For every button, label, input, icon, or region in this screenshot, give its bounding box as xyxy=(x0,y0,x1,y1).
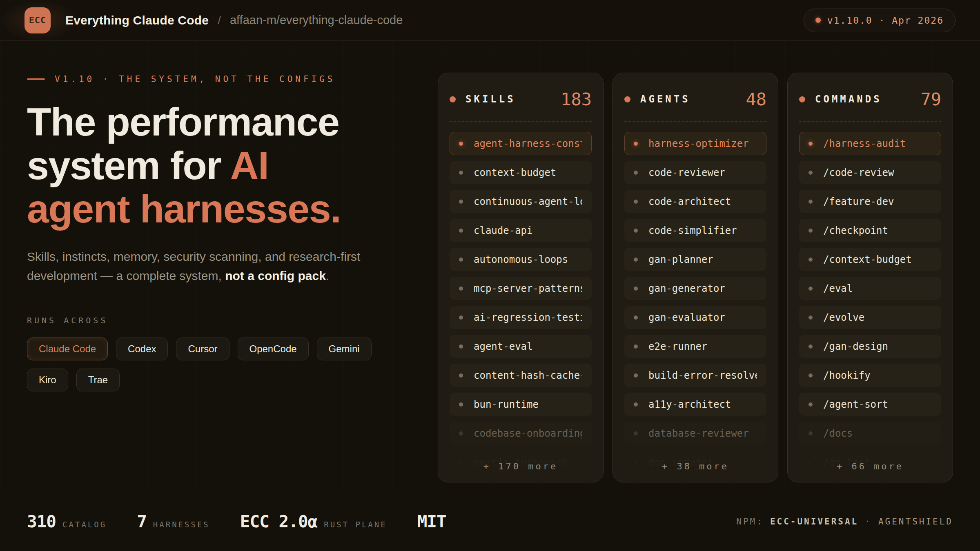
hero-eyebrow: V1.10 · THE SYSTEM, NOT THE CONFIGS xyxy=(27,74,438,84)
list-item-label: /code-review xyxy=(823,167,894,178)
list-item[interactable]: harness-optimizer xyxy=(624,132,766,155)
list-item[interactable]: e2e-runner xyxy=(624,335,766,358)
list-item[interactable]: /hookify xyxy=(799,364,941,387)
top-bar: ECC Everything Claude Code / affaan-m/ev… xyxy=(0,0,980,41)
heading-accent-ai: AI xyxy=(230,143,268,188)
card-dot-icon xyxy=(450,96,456,102)
footer-bar: 310 CATALOG 7 HARNESSES ECC 2.0α RUST PL… xyxy=(0,492,980,551)
list-item[interactable]: gan-planner xyxy=(624,248,766,271)
stat-catalog: 310 CATALOG xyxy=(27,512,107,531)
list-item[interactable]: context-budget xyxy=(450,161,592,184)
list-item[interactable]: code-simplifier xyxy=(624,219,766,242)
list-item[interactable]: /context-budget xyxy=(799,248,941,271)
npm-agentshield-label: AGENTSHIELD xyxy=(878,517,953,527)
list-item-label: codebase-onboarding xyxy=(474,428,582,439)
list-item[interactable]: content-hash-cache-p… xyxy=(450,364,592,387)
list-item[interactable]: ai-regression-testing xyxy=(450,306,592,329)
list-item[interactable]: go-reviewer xyxy=(624,480,766,482)
site-title: Everything Claude Code xyxy=(65,13,209,27)
list-item[interactable]: gan-generator xyxy=(624,277,766,300)
breadcrumb-separator: / xyxy=(218,14,221,27)
subtitle-period: . xyxy=(326,269,329,282)
list-item-label: database-reviewer xyxy=(648,428,749,439)
harness-chip-trae[interactable]: Trae xyxy=(76,369,120,391)
bullet-dot-icon xyxy=(459,402,463,407)
list-item[interactable]: /gan-design xyxy=(799,335,941,358)
bullet-dot-icon xyxy=(808,373,813,378)
harness-chip-kiro[interactable]: Kiro xyxy=(27,369,68,391)
list-item[interactable]: /e2e xyxy=(799,480,941,482)
stat-label: RUST PLANE xyxy=(324,520,387,529)
bullet-dot-icon xyxy=(459,200,463,204)
bullet-dot-icon xyxy=(459,258,463,262)
main-content: V1.10 · THE SYSTEM, NOT THE CONFIGS The … xyxy=(0,41,980,482)
harness-chip-gemini[interactable]: Gemini xyxy=(317,338,372,360)
list-item-label: mcp-server-patterns xyxy=(474,283,582,294)
harness-chip-cursor[interactable]: Cursor xyxy=(176,338,229,360)
harness-chip-opencode[interactable]: OpenCode xyxy=(238,338,309,360)
bullet-dot-icon xyxy=(808,142,813,146)
list-item[interactable]: build-error-resolver xyxy=(624,364,766,387)
bullet-dot-icon xyxy=(808,402,813,407)
list-item[interactable]: /docs xyxy=(799,422,941,445)
list-item-label: /harness-audit xyxy=(823,138,906,149)
npm-package-name: ECC-UNIVERSAL xyxy=(770,517,858,527)
list-item[interactable]: api-connector-builder xyxy=(450,480,592,482)
heading-line-2: system for xyxy=(27,143,230,188)
stat-value: ECC 2.0α xyxy=(240,512,317,531)
list-item[interactable]: /agent-sort xyxy=(799,393,941,416)
list-item[interactable]: continuous-agent-loop xyxy=(450,190,592,213)
list-item-label: e2e-runner xyxy=(648,341,708,352)
list-item[interactable]: /feature-dev xyxy=(799,190,941,213)
list-item-label: gan-planner xyxy=(648,254,713,265)
list-item[interactable]: /harness-audit xyxy=(799,132,941,155)
harness-chip-codex[interactable]: Codex xyxy=(116,338,168,360)
card-count: 183 xyxy=(561,89,592,109)
bullet-dot-icon xyxy=(634,142,638,146)
dashed-divider xyxy=(799,121,941,122)
list-item-label: continuous-agent-loop xyxy=(474,196,582,207)
subtitle-bold-text: not a config pack xyxy=(225,269,326,282)
list-item[interactable]: a11y-architect xyxy=(624,393,766,416)
list-item-label: context-budget xyxy=(474,167,556,178)
card-title: COMMANDS xyxy=(815,93,882,105)
list-item[interactable]: claude-api xyxy=(450,219,592,242)
page-title: The performance system for AI agent harn… xyxy=(27,100,438,231)
list-item[interactable]: mcp-server-patterns xyxy=(450,277,592,300)
list-item-label: agent-eval xyxy=(474,341,533,352)
agents-card: AGENTS 48 harness-optimizercode-reviewer… xyxy=(612,73,778,482)
list-item[interactable]: agent-harness-constr… xyxy=(450,132,592,155)
stat-label: HARNESSES xyxy=(153,520,210,529)
list-item[interactable]: codebase-onboarding xyxy=(450,422,592,445)
bullet-dot-icon xyxy=(459,431,463,435)
list-item[interactable]: autonomous-loops xyxy=(450,248,592,271)
list-item[interactable]: code-architect xyxy=(624,190,766,213)
list-item-label: /eval xyxy=(823,283,853,294)
list-item[interactable]: /eval xyxy=(799,277,941,300)
list-item[interactable]: agent-eval xyxy=(450,335,592,358)
list-item-label: content-hash-cache-p… xyxy=(474,370,582,381)
list-item[interactable]: code-reviewer xyxy=(624,161,766,184)
list-item[interactable]: gan-evaluator xyxy=(624,306,766,329)
bullet-dot-icon xyxy=(808,287,813,291)
version-badge: v1.10.0 · Apr 2026 xyxy=(804,9,956,32)
repo-breadcrumb[interactable]: affaan-m/everything-claude-code xyxy=(230,13,403,27)
harness-chip-claude-code[interactable]: Claude Code xyxy=(27,338,108,360)
list-item[interactable]: database-reviewer xyxy=(624,422,766,445)
stat-harnesses: 7 HARNESSES xyxy=(137,512,210,531)
ecc-logo[interactable]: ECC xyxy=(24,7,51,33)
list-item-label: agent-harness-constr… xyxy=(474,138,582,149)
list-item-label: claude-api xyxy=(474,225,533,236)
bullet-dot-icon xyxy=(634,200,638,204)
list-item[interactable]: /code-review xyxy=(799,161,941,184)
card-count: 48 xyxy=(746,89,766,109)
bullet-dot-icon xyxy=(808,315,813,320)
bullet-dot-icon xyxy=(634,258,638,262)
bullet-dot-icon xyxy=(459,171,463,175)
list-item[interactable]: /evolve xyxy=(799,306,941,329)
list-item[interactable]: bun-runtime xyxy=(450,393,592,416)
dashed-divider xyxy=(624,121,766,122)
list-item-label: /checkpoint xyxy=(823,225,888,236)
bullet-dot-icon xyxy=(459,229,463,233)
list-item[interactable]: /checkpoint xyxy=(799,219,941,242)
